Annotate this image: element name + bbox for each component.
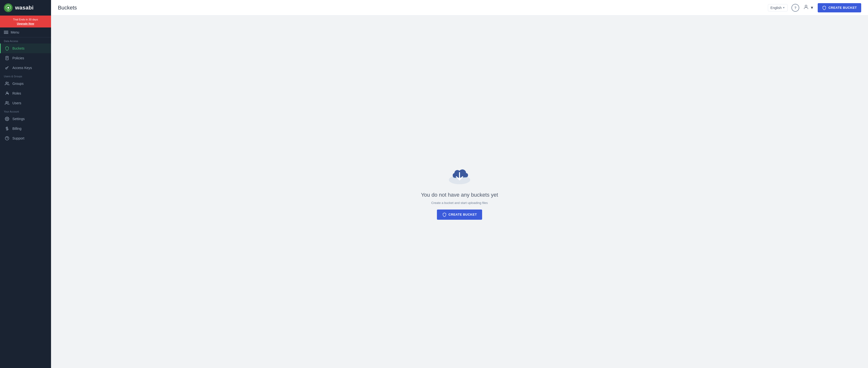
settings-icon	[5, 116, 9, 121]
sidebar-item-users-label: Users	[12, 101, 21, 105]
cloud-upload-icon	[446, 164, 473, 187]
wasabi-logo-icon	[4, 3, 13, 12]
menu-toggle[interactable]: Menu	[0, 28, 51, 37]
header-right: English ▼ ? ▼ CREATE BUCKET	[768, 3, 861, 12]
bucket-icon-main	[442, 212, 447, 217]
svg-point-6	[6, 82, 7, 83]
sidebar-item-support[interactable]: Support	[0, 133, 51, 143]
sidebar-item-groups-label: Groups	[12, 82, 24, 86]
section-label-your-account: Your Account	[0, 108, 51, 114]
empty-state-title: You do not have any buckets yet	[421, 192, 498, 198]
nav-section-your-account: Your Account Settings Billing	[0, 108, 51, 143]
trial-banner: Trial Ends in 30 days Upgrade Now	[0, 16, 51, 28]
svg-point-13	[805, 5, 807, 7]
main-area: Buckets English ▼ ? ▼ C	[51, 0, 868, 368]
trial-message: Trial Ends in 30 days	[3, 18, 48, 22]
language-selector[interactable]: English ▼	[768, 4, 788, 11]
groups-icon	[5, 81, 9, 86]
sidebar-item-groups[interactable]: Groups	[0, 79, 51, 89]
content-area: You do not have any buckets yet Create a…	[51, 16, 868, 368]
sidebar-item-policies[interactable]: Policies	[0, 53, 51, 63]
users-icon	[5, 101, 9, 105]
sidebar-item-policies-label: Policies	[12, 56, 24, 60]
billing-icon	[5, 126, 9, 131]
sidebar-item-billing[interactable]: Billing	[0, 124, 51, 133]
sidebar-item-settings[interactable]: Settings	[0, 114, 51, 124]
sidebar-item-settings-label: Settings	[12, 117, 25, 121]
sidebar-item-buckets-label: Buckets	[12, 47, 25, 50]
nav-section-data-access: Data Access Buckets Policies	[0, 37, 51, 73]
logo-text: wasabi	[15, 5, 34, 11]
account-chevron-icon: ▼	[810, 6, 814, 10]
empty-state: You do not have any buckets yet Create a…	[421, 164, 498, 220]
sidebar: wasabi Trial Ends in 30 days Upgrade Now…	[0, 0, 51, 368]
logo-area: wasabi	[0, 0, 51, 16]
svg-point-7	[6, 92, 8, 93]
create-bucket-header-button[interactable]: CREATE BUCKET	[818, 3, 861, 12]
svg-point-9	[6, 118, 8, 120]
sidebar-item-billing-label: Billing	[12, 127, 21, 130]
upgrade-link[interactable]: Upgrade Now	[17, 22, 34, 25]
header: Buckets English ▼ ? ▼ C	[51, 0, 868, 16]
bucket-icon-header	[822, 6, 827, 10]
account-button[interactable]: ▼	[803, 4, 814, 11]
sidebar-item-roles[interactable]: Roles	[0, 89, 51, 98]
key-icon	[5, 65, 9, 70]
roles-icon	[5, 91, 9, 96]
page-title: Buckets	[58, 5, 77, 11]
sidebar-item-access-keys-label: Access Keys	[12, 66, 32, 70]
nav-section-users-groups: Users & Groups Groups Roles	[0, 73, 51, 108]
menu-label: Menu	[11, 30, 19, 34]
policy-icon	[5, 56, 9, 61]
language-label: English	[771, 6, 782, 10]
sidebar-item-support-label: Support	[12, 136, 24, 140]
sidebar-item-users[interactable]: Users	[0, 98, 51, 108]
account-icon	[803, 4, 809, 11]
chevron-down-icon: ▼	[782, 6, 785, 9]
create-bucket-header-label: CREATE BUCKET	[828, 6, 857, 9]
sidebar-item-access-keys[interactable]: Access Keys	[0, 63, 51, 73]
hamburger-icon	[4, 31, 8, 34]
support-icon	[5, 136, 9, 141]
svg-point-5	[6, 68, 7, 69]
create-bucket-main-label: CREATE BUCKET	[448, 213, 477, 216]
svg-point-8	[6, 101, 7, 103]
empty-state-subtitle: Create a bucket and start uploading file…	[431, 201, 488, 205]
sidebar-item-buckets[interactable]: Buckets	[0, 43, 51, 53]
section-label-users-groups: Users & Groups	[0, 73, 51, 79]
sidebar-item-roles-label: Roles	[12, 91, 21, 95]
help-button[interactable]: ?	[792, 4, 799, 12]
section-label-data-access: Data Access	[0, 37, 51, 43]
bucket-icon	[5, 46, 9, 51]
create-bucket-main-button[interactable]: CREATE BUCKET	[437, 210, 483, 220]
